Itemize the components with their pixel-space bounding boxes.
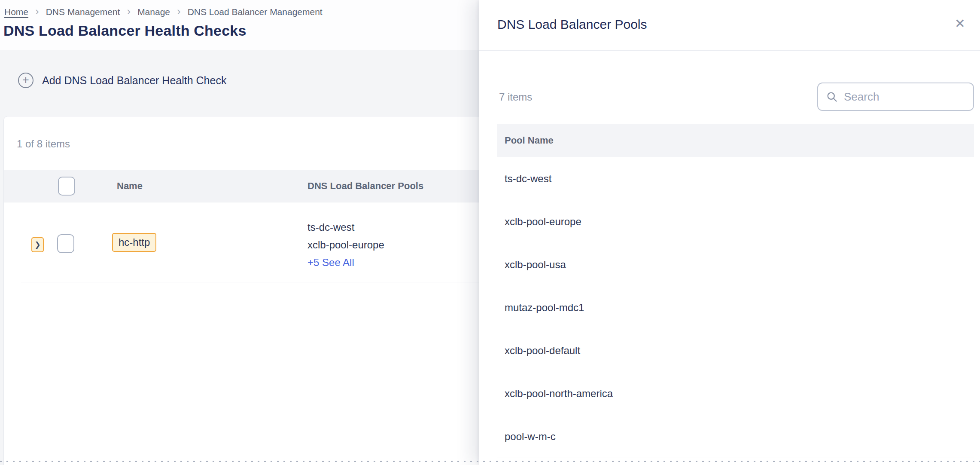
- drawer-title: DNS Load Balancer Pools: [497, 17, 647, 32]
- search-icon: [826, 91, 838, 103]
- pool-row: ts-dc-west: [497, 157, 974, 200]
- pools-table: Pool Name ts-dc-west xclb-pool-europe xc…: [497, 124, 974, 458]
- page-title: DNS Load Balancer Health Checks: [3, 22, 247, 39]
- breadcrumb-current: DNS Load Balancer Management: [188, 7, 323, 17]
- chevron-right-icon: ❯: [34, 241, 40, 248]
- select-all-checkbox[interactable]: [58, 177, 75, 196]
- breadcrumb: Home › DNS Management › Manage › DNS Loa…: [4, 6, 323, 18]
- breadcrumb-dns-management[interactable]: DNS Management: [46, 7, 120, 17]
- pool-row: xclb-pool-europe: [497, 200, 974, 243]
- pools-drawer: DNS Load Balancer Pools ✕ 7 items Pool N…: [479, 0, 980, 465]
- breadcrumb-manage[interactable]: Manage: [137, 7, 170, 17]
- chevron-right-icon: ›: [127, 6, 131, 17]
- pool-name-text: xclb-pool-europe: [307, 236, 384, 254]
- plus-circle-icon: +: [18, 73, 33, 88]
- pool-row: mutaz-pool-mdc1: [497, 286, 974, 329]
- pool-row: pool-w-m-c: [497, 415, 974, 458]
- dotted-cutoff-line: [0, 461, 980, 462]
- pool-row: xclb-pool-north-america: [497, 372, 974, 415]
- app-root: Home › DNS Management › Manage › DNS Loa…: [0, 0, 980, 465]
- drawer-items-count: 7 items: [499, 91, 532, 103]
- expand-row-button[interactable]: ❯: [31, 237, 44, 252]
- search-box[interactable]: [817, 83, 974, 111]
- items-count: 1 of 8 items: [17, 138, 70, 150]
- close-button[interactable]: ✕: [955, 17, 965, 30]
- drawer-header: DNS Load Balancer Pools ✕: [479, 0, 980, 51]
- breadcrumb-home[interactable]: Home: [4, 7, 28, 17]
- select-row-checkbox[interactable]: [57, 234, 74, 253]
- column-header-pools: DNS Load Balancer Pools: [307, 180, 423, 192]
- pool-name-text: ts-dc-west: [307, 218, 384, 236]
- pool-row: xclb-pool-usa: [497, 243, 974, 286]
- add-health-check-label: Add DNS Load Balancer Health Check: [42, 74, 226, 87]
- add-health-check-button[interactable]: + Add DNS Load Balancer Health Check: [18, 73, 226, 88]
- column-header-name: Name: [117, 180, 143, 192]
- search-input[interactable]: [844, 90, 965, 104]
- chevron-right-icon: ›: [177, 6, 181, 17]
- pools-cell: ts-dc-west xclb-pool-europe +5 See All: [307, 218, 384, 271]
- pool-name-column-header: Pool Name: [497, 124, 974, 157]
- chevron-right-icon: ›: [35, 6, 39, 17]
- health-check-name[interactable]: hc-http: [112, 233, 156, 252]
- see-all-link[interactable]: +5 See All: [307, 254, 384, 271]
- pool-row: xclb-pool-default: [497, 329, 974, 372]
